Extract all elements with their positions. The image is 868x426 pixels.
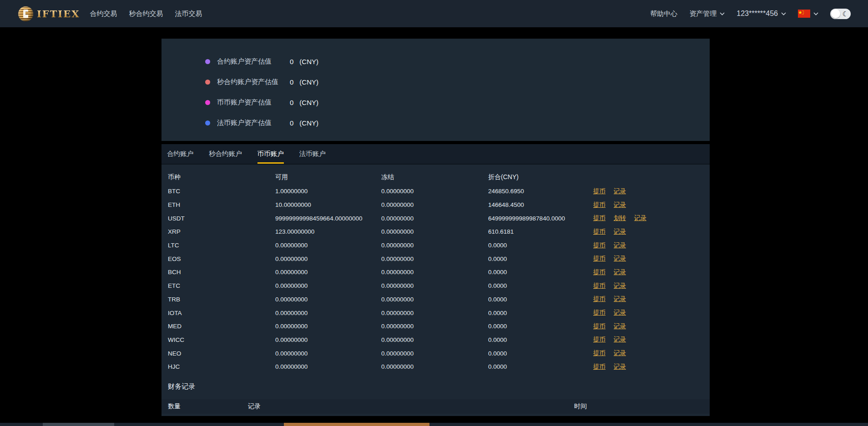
summary-unit: (CNY) [299, 99, 318, 106]
transfer-or-record-link[interactable]: 划转 [614, 214, 626, 222]
summary-unit: (CNY) [299, 119, 318, 127]
table-row: TRB 0.00000000 0.00000000 0.0000 提币 记录 [168, 293, 703, 306]
transfer-or-record-link[interactable]: 记录 [614, 241, 626, 250]
transfer-or-record-link[interactable]: 记录 [614, 187, 626, 195]
cell-available: 0.00000000 [275, 296, 381, 303]
chevron-down-icon [813, 12, 818, 15]
withdraw-link[interactable]: 提币 [593, 309, 606, 317]
transfer-or-record-link[interactable]: 记录 [614, 349, 626, 357]
cell-currency: ETC [168, 282, 275, 289]
cell-frozen: 0.00000000 [381, 215, 488, 222]
brand-logo-icon [18, 6, 33, 21]
row-actions: 提币 记录 [593, 187, 703, 195]
row-actions: 提币 记录 [593, 363, 703, 371]
withdraw-link[interactable]: 提币 [593, 282, 606, 290]
header-cny-value: 折合(CNY) [488, 173, 593, 181]
table-row: IOTA 0.00000000 0.00000000 0.0000 提币 记录 [168, 306, 703, 320]
cell-frozen: 0.00000000 [381, 242, 488, 249]
help-center-link[interactable]: 帮助中心 [650, 10, 677, 18]
tab-fiat-account[interactable]: 法币账户 [299, 144, 326, 164]
transfer-or-record-link[interactable]: 记录 [614, 201, 626, 209]
cell-frozen: 0.00000000 [381, 269, 488, 276]
transfer-or-record-link[interactable]: 记录 [614, 336, 626, 344]
withdraw-link[interactable]: 提币 [593, 201, 606, 209]
withdraw-link[interactable]: 提币 [593, 322, 606, 331]
table-row: XRP 123.00000000 0.00000000 610.6181 提币 … [168, 225, 703, 239]
cell-available: 0.00000000 [275, 350, 381, 357]
cell-cny-value: 649999999989987840.0000 [488, 215, 593, 222]
financial-records-title: 财务记录 [168, 380, 703, 394]
account-summary-panel: 合约账户资产估值 0 (CNY) 秒合约账户资产估值 0 (CNY) 币币账户资… [161, 39, 710, 141]
summary-row-second-contract: 秒合约账户资产估值 0 (CNY) [205, 72, 710, 92]
transfer-or-record-link[interactable]: 记录 [614, 295, 626, 303]
nav-item-second-contract-trade[interactable]: 秒合约交易 [129, 10, 163, 18]
cell-cny-value: 0.0000 [488, 310, 593, 316]
withdraw-link[interactable]: 提币 [593, 187, 606, 195]
navbar-right-group: 帮助中心 资产管理 123******456 [650, 9, 851, 19]
cell-cny-value: 0.0000 [488, 296, 593, 303]
cell-currency: MED [168, 323, 275, 330]
cell-cny-value: 0.0000 [488, 363, 593, 370]
withdraw-link[interactable]: 提币 [593, 363, 606, 371]
summary-row-contract: 合约账户资产估值 0 (CNY) [205, 51, 710, 72]
summary-value: 0 [290, 119, 293, 127]
tab-second-contract-account[interactable]: 秒合约账户 [209, 144, 242, 164]
asset-management-dropdown[interactable]: 资产管理 [689, 10, 725, 18]
account-tabs: 合约账户 秒合约账户 币币账户 法币账户 [161, 144, 710, 165]
withdraw-link[interactable]: 提币 [593, 336, 606, 344]
footer-seg-gray [43, 423, 114, 426]
nav-item-fiat-trade[interactable]: 法币交易 [175, 10, 202, 18]
summary-unit: (CNY) [299, 58, 318, 65]
table-row: HJC 0.00000000 0.00000000 0.0000 提币 记录 [168, 360, 703, 374]
top-navbar: IFTIEX 合约交易 秒合约交易 法币交易 帮助中心 资产管理 123****… [0, 0, 868, 27]
cell-currency: BTC [168, 188, 275, 195]
row-actions: 提币 记录 [593, 201, 703, 209]
row-actions: 提币 记录 [593, 295, 703, 303]
withdraw-link[interactable]: 提币 [593, 268, 606, 276]
transfer-or-record-link[interactable]: 记录 [614, 322, 626, 331]
transfer-or-record-link[interactable]: 记录 [614, 363, 626, 371]
logo-glyph [23, 10, 28, 18]
theme-toggle[interactable]: ☾ [830, 9, 851, 19]
withdraw-link[interactable]: 提币 [593, 255, 606, 263]
cell-currency: BCH [168, 269, 275, 276]
withdraw-link[interactable]: 提币 [593, 214, 606, 222]
record-link[interactable]: 记录 [634, 214, 646, 222]
transfer-or-record-link[interactable]: 记录 [614, 309, 626, 317]
withdraw-link[interactable]: 提币 [593, 295, 606, 303]
cell-available: 123.00000000 [275, 228, 381, 235]
row-actions: 提币 记录 [593, 336, 703, 344]
transfer-or-record-link[interactable]: 记录 [614, 228, 626, 236]
cell-frozen: 0.00000000 [381, 201, 488, 208]
brand-logo[interactable]: IFTIEX [18, 6, 80, 21]
row-actions: 提币 记录 [593, 228, 703, 236]
account-dropdown[interactable]: 123******456 [737, 10, 786, 18]
transfer-or-record-link[interactable]: 记录 [614, 282, 626, 290]
records-header-record: 记录 [248, 402, 574, 411]
row-actions: 提币 记录 [593, 268, 703, 276]
row-actions: 提币 记录 [593, 282, 703, 290]
chevron-down-icon [781, 12, 786, 15]
brand-logo-text: IFTIEX [37, 8, 80, 20]
cell-currency: EOS [168, 256, 275, 262]
footer-edge-strip [0, 423, 868, 426]
withdraw-link[interactable]: 提币 [593, 349, 606, 357]
transfer-or-record-link[interactable]: 记录 [614, 255, 626, 263]
language-dropdown[interactable] [798, 10, 818, 18]
tab-coin-account[interactable]: 币币账户 [257, 144, 284, 164]
transfer-or-record-link[interactable]: 记录 [614, 268, 626, 276]
row-actions: 提币 记录 [593, 322, 703, 331]
withdraw-link[interactable]: 提币 [593, 228, 606, 236]
bullet-dot-icon [205, 100, 210, 105]
header-frozen: 冻结 [381, 173, 488, 181]
cell-available: 0.00000000 [275, 282, 381, 289]
cell-currency: IOTA [168, 310, 275, 316]
tab-contract-account[interactable]: 合约账户 [167, 144, 193, 164]
cell-frozen: 0.00000000 [381, 282, 488, 289]
withdraw-link[interactable]: 提币 [593, 241, 606, 250]
summary-label: 币币账户资产估值 [217, 98, 290, 107]
cell-cny-value: 0.0000 [488, 269, 593, 276]
cell-available: 0.00000000 [275, 242, 381, 249]
nav-item-contract-trade[interactable]: 合约交易 [90, 10, 117, 18]
bullet-dot-icon [205, 80, 210, 85]
